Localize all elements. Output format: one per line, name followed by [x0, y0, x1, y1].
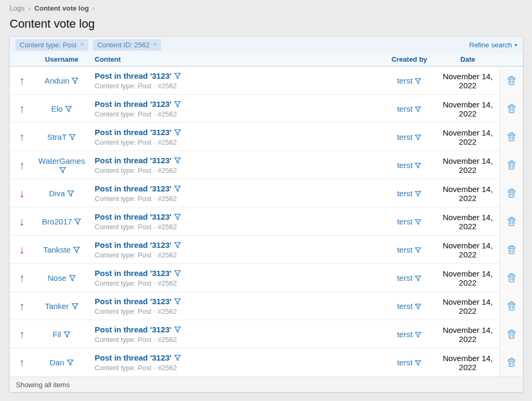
created-by-link[interactable]: terst: [397, 132, 412, 141]
filter-by-username-icon[interactable]: [71, 77, 79, 85]
filter-by-content-icon[interactable]: [174, 326, 181, 333]
date-cell: November 14, 2022: [436, 297, 500, 315]
filter-by-username-icon[interactable]: [66, 359, 74, 366]
filter-by-creator-icon[interactable]: [415, 303, 421, 310]
filter-by-content-icon[interactable]: [174, 129, 181, 136]
filter-bar: Content type: Post × Content ID: 2562 × …: [10, 37, 523, 53]
username-link[interactable]: StraT: [47, 132, 67, 141]
filter-by-creator-icon[interactable]: [415, 331, 421, 338]
filter-by-username-icon[interactable]: [65, 105, 72, 113]
created-by-link[interactable]: terst: [397, 189, 412, 198]
created-by-link[interactable]: terst: [397, 76, 412, 85]
username-link[interactable]: Fil: [53, 330, 61, 339]
delete-button[interactable]: [506, 131, 517, 143]
breadcrumb: Logs › Content vote log ›: [10, 3, 523, 12]
username-link[interactable]: Elo: [51, 104, 63, 113]
delete-button[interactable]: [506, 215, 517, 228]
username-link[interactable]: Diva: [49, 189, 65, 198]
username-link[interactable]: Nose: [47, 273, 66, 282]
delete-button[interactable]: [506, 74, 517, 87]
filter-by-username-icon[interactable]: [67, 190, 74, 197]
content-link[interactable]: Post in thread '3123': [95, 297, 172, 306]
created-by-link[interactable]: terst: [397, 330, 412, 339]
remove-filter-icon[interactable]: ×: [153, 41, 157, 48]
username-link[interactable]: Tanker: [45, 302, 69, 311]
content-link[interactable]: Post in thread '3123': [95, 156, 172, 165]
content-link[interactable]: Post in thread '3123': [95, 212, 172, 221]
filter-by-creator-icon[interactable]: [415, 247, 421, 254]
content-link[interactable]: Post in thread '3123': [95, 99, 172, 108]
vote-up-icon: ↑: [10, 357, 34, 368]
remove-filter-icon[interactable]: ×: [80, 41, 84, 48]
delete-button[interactable]: [506, 103, 517, 115]
table-row: ↑ StraT Post in thread '3123' Content ty…: [10, 123, 523, 151]
created-by-link[interactable]: terst: [397, 245, 412, 254]
delete-button[interactable]: [506, 300, 517, 312]
created-by-link[interactable]: terst: [397, 358, 412, 367]
username-link[interactable]: Dan: [49, 358, 64, 367]
filter-by-content-icon[interactable]: [174, 213, 181, 221]
content-link[interactable]: Post in thread '3123': [95, 269, 172, 278]
filter-by-username-icon[interactable]: [59, 166, 66, 174]
filter-by-creator-icon[interactable]: [415, 106, 421, 113]
filter-chip-content-type[interactable]: Content type: Post ×: [15, 39, 88, 51]
filter-by-creator-icon[interactable]: [415, 190, 421, 197]
filter-by-content-icon[interactable]: [174, 101, 181, 108]
filter-by-content-icon[interactable]: [174, 72, 181, 80]
created-by-link[interactable]: terst: [397, 302, 412, 311]
created-by-link[interactable]: terst: [397, 104, 412, 113]
filter-by-creator-icon[interactable]: [415, 360, 421, 366]
username-link[interactable]: Bro2017: [42, 217, 72, 226]
content-link[interactable]: Post in thread '3123': [95, 71, 172, 80]
created-by-link[interactable]: terst: [397, 161, 412, 170]
filter-by-content-icon[interactable]: [174, 298, 181, 305]
filter-by-content-icon[interactable]: [174, 241, 181, 249]
filter-by-creator-icon[interactable]: [415, 275, 421, 282]
refine-search-button[interactable]: Refine search ▾: [469, 41, 517, 49]
breadcrumb-link-logs[interactable]: Logs: [10, 4, 24, 12]
filter-by-creator-icon[interactable]: [415, 219, 421, 225]
filter-chip-label: Content ID: 2562: [97, 41, 149, 49]
delete-button[interactable]: [506, 272, 517, 284]
filter-by-creator-icon[interactable]: [415, 134, 421, 141]
table-row: ↑ Fil Post in thread '3123' Content type…: [10, 320, 523, 348]
filter-by-username-icon[interactable]: [63, 331, 71, 338]
filter-by-content-icon[interactable]: [174, 185, 181, 193]
username-cell: Anduin: [34, 76, 89, 85]
delete-button[interactable]: [506, 159, 517, 171]
username-link[interactable]: WaterGames: [38, 156, 85, 165]
filter-by-username-icon[interactable]: [71, 303, 79, 310]
content-link[interactable]: Post in thread '3123': [95, 128, 172, 137]
filter-chip-content-id[interactable]: Content ID: 2562 ×: [93, 39, 161, 51]
username-link[interactable]: Anduin: [45, 76, 70, 85]
username-cell: WaterGames: [34, 156, 89, 174]
created-by-link[interactable]: terst: [397, 273, 412, 282]
filter-by-username-icon[interactable]: [69, 133, 76, 141]
delete-button[interactable]: [506, 187, 517, 199]
delete-cell: [500, 95, 523, 123]
filter-by-content-icon[interactable]: [174, 157, 181, 164]
created-by-link[interactable]: terst: [397, 217, 412, 226]
filter-chip-label: Content type: Post: [20, 41, 77, 49]
delete-cell: [500, 264, 523, 292]
filter-by-username-icon[interactable]: [74, 218, 81, 225]
content-link[interactable]: Post in thread '3123': [95, 184, 172, 193]
content-link[interactable]: Post in thread '3123': [95, 325, 172, 334]
chevron-right-icon: ›: [28, 4, 30, 12]
content-link[interactable]: Post in thread '3123': [95, 353, 172, 362]
filter-by-username-icon[interactable]: [73, 246, 80, 254]
filter-by-creator-icon[interactable]: [415, 78, 421, 85]
delete-button[interactable]: [506, 244, 517, 256]
filter-by-username-icon[interactable]: [69, 274, 76, 282]
delete-button[interactable]: [506, 356, 517, 369]
admin-page: Logs › Content vote log › Content vote l…: [0, 0, 532, 392]
username-link[interactable]: Tankste: [43, 245, 71, 254]
date-cell: November 14, 2022: [436, 156, 500, 174]
filter-by-content-icon[interactable]: [174, 354, 181, 362]
delete-button[interactable]: [506, 328, 517, 340]
filter-by-content-icon[interactable]: [174, 270, 181, 277]
filter-by-creator-icon[interactable]: [415, 162, 421, 169]
content-cell: Post in thread '3123' Content type: Post…: [89, 156, 383, 174]
breadcrumb-link-content-vote-log[interactable]: Content vote log: [35, 4, 89, 12]
content-link[interactable]: Post in thread '3123': [95, 240, 172, 249]
